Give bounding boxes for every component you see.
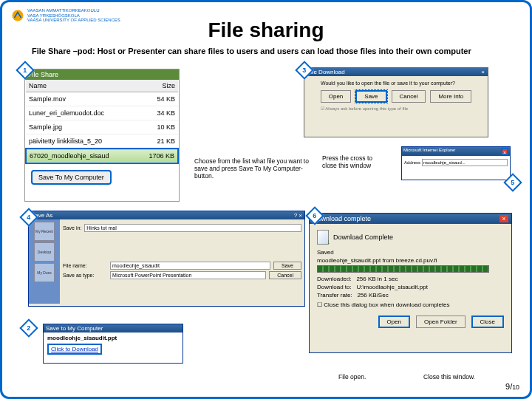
annotation-cross: Press the cross to close this window (322, 154, 389, 169)
close-button[interactable]: Close (471, 316, 504, 328)
fileshare-table: NameSize Sample.mov54 KB Luner_eri_olemu… (25, 80, 179, 164)
page-title: File sharing (2, 18, 530, 42)
open-button[interactable]: Open (321, 90, 352, 103)
page-number: 9/10 (505, 382, 519, 391)
document-icon (317, 230, 329, 245)
table-row: päivitetty linkkilista_5_2021 KB (26, 134, 178, 149)
moreinfo-button[interactable]: More Info (430, 90, 471, 103)
open-button[interactable]: Open (378, 316, 411, 328)
save-to-computer-window: Save to My Computer moodleohje_sisaudit.… (43, 324, 183, 364)
close-icon[interactable]: × (481, 69, 485, 75)
close-icon[interactable]: ? × (294, 212, 302, 219)
open-folder-button[interactable]: Open Folder (416, 316, 465, 328)
logo-line1: VAASAN AMMATTIKORKEAKOULU (27, 8, 120, 13)
save-button[interactable]: Save (355, 90, 386, 103)
sidebar-desktop[interactable]: Desktop (34, 242, 55, 262)
annotation-choose: Choose from the list what file you want … (194, 157, 313, 180)
table-row: Luner_eri_olemuodot.doc34 KB (26, 106, 178, 120)
sidebar-mydocs[interactable]: My Docs (34, 263, 55, 282)
dlc-file: moodleohje_sisaudit.ppt from breeze.cd.p… (317, 257, 504, 264)
table-row: Sample.jpg10 KB (26, 120, 178, 134)
close-window-label: Close this window. (423, 373, 475, 381)
ie-window: Microsoft Internet Explorer× Addressmood… (401, 146, 511, 180)
type-field[interactable]: Microsoft PowerPoint Presentation (110, 271, 266, 279)
dlc-saved: Saved (317, 249, 504, 256)
save-to-computer-button[interactable]: Save To My Computer (31, 170, 112, 185)
file-download-dialog: File Download× Would you like to open th… (304, 67, 488, 137)
sidebar-recent[interactable]: My Recent (34, 222, 55, 241)
cancel-button[interactable]: Cancel (392, 90, 426, 103)
callout-2: 2 (19, 318, 38, 337)
stmc-title: Save to My Computer (44, 324, 183, 332)
filename-field[interactable]: moodleohje_sisaudit (110, 262, 270, 270)
table-row: Sample.mov54 KB (26, 92, 178, 106)
dlc-checkbox[interactable]: ☐ Close this dialog box when download co… (317, 301, 504, 308)
cancel-button[interactable]: Cancel (269, 271, 301, 279)
stmc-filename: moodleohje_sisaudit.ppt (47, 335, 179, 341)
close-icon[interactable]: × (499, 215, 508, 222)
address-label: Address (404, 160, 420, 165)
logo-line2: VASA YRKESHÖGSKOLA (27, 13, 120, 18)
fileshare-pod: File Share NameSize Sample.mov54 KB Lune… (24, 69, 180, 202)
table-row-selected: 67020_moodleohje_sisaud1706 KB (26, 149, 178, 163)
fileshare-title: File Share (25, 69, 179, 80)
click-to-download-link[interactable]: Click to Download (47, 344, 102, 355)
progress-bar (317, 265, 489, 273)
dl-checkbox-label: ☑ Always ask before opening this type of… (321, 106, 485, 111)
file-open-label: File open. (338, 373, 366, 381)
col-name: Name (26, 80, 137, 92)
col-size: Size (137, 80, 178, 92)
address-value[interactable]: moodleohje_sisaud... (422, 159, 508, 166)
download-complete-dialog: Download complete× Download Complete Sav… (309, 213, 512, 353)
dlc-done: Download Complete (333, 233, 393, 241)
save-button[interactable]: Save (273, 262, 301, 270)
ie-title: Microsoft Internet Explorer (403, 148, 455, 155)
dl-question: Would you like to open the file or save … (321, 81, 485, 86)
places-sidebar: My Recent Desktop My Docs (29, 219, 60, 304)
page-subtitle: File Share –pod: Host or Presenter can s… (32, 47, 471, 55)
save-as-dialog: Save As? × My Recent Desktop My Docs Sav… (28, 211, 305, 307)
lookin-field[interactable]: Hinks tot mal (84, 224, 301, 232)
close-icon[interactable]: × (501, 148, 508, 155)
